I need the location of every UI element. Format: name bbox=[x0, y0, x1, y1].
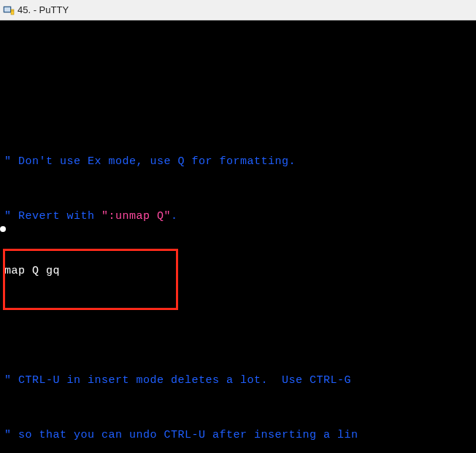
code-line: map Q gq bbox=[4, 262, 475, 280]
svg-rect-2 bbox=[11, 9, 14, 15]
window-title: 45. - PuTTY bbox=[18, 4, 69, 15]
code-line: " so that you can undo CTRL-U after inse… bbox=[4, 426, 475, 444]
window-titlebar[interactable]: 45. - PuTTY bbox=[0, 0, 476, 20]
code-line: " Don't use Ex mode, use Q for formattin… bbox=[4, 152, 475, 171]
svg-rect-1 bbox=[4, 7, 10, 12]
terminal-viewport[interactable]: " Don't use Ex mode, use Q for formattin… bbox=[0, 20, 476, 453]
code-line: " CTRL-U in insert mode deletes a lot. U… bbox=[4, 371, 475, 390]
putty-icon bbox=[3, 4, 15, 16]
code-line: " Revert with ":unmap Q". bbox=[4, 207, 475, 225]
code-line bbox=[4, 98, 475, 116]
scroll-indicator[interactable] bbox=[0, 226, 6, 232]
code-line bbox=[4, 317, 475, 335]
